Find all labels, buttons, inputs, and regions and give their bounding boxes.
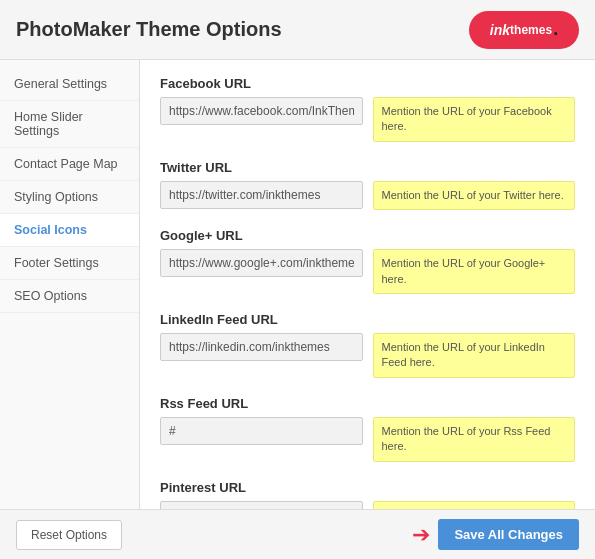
field-label-2: Google+ URL [160, 228, 575, 243]
sidebar-item-seo-options[interactable]: SEO Options [0, 280, 139, 313]
field-row-1: Mention the URL of your Twitter here. [160, 181, 575, 210]
arrow-icon: ➔ [412, 522, 430, 548]
field-hint-3: Mention the URL of your LinkedIn Feed he… [373, 333, 576, 378]
logo-ink-text: ink [490, 22, 510, 38]
field-row-3: Mention the URL of your LinkedIn Feed he… [160, 333, 575, 378]
field-section-4: Rss Feed URLMention the URL of your Rss … [160, 396, 575, 462]
logo-dot-text: . [553, 19, 558, 40]
field-hint-4: Mention the URL of your Rss Feed here. [373, 417, 576, 462]
field-row-4: Mention the URL of your Rss Feed here. [160, 417, 575, 462]
field-input-2[interactable] [160, 249, 363, 277]
footer: Reset Options ➔ Save All Changes [0, 509, 595, 559]
header: PhotoMaker Theme Options ink themes . [0, 0, 595, 60]
sidebar-item-styling-options[interactable]: Styling Options [0, 181, 139, 214]
field-input-0[interactable] [160, 97, 363, 125]
field-hint-1: Mention the URL of your Twitter here. [373, 181, 576, 210]
field-row-0: Mention the URL of your Facebook here. [160, 97, 575, 142]
field-hint-2: Mention the URL of your Google+ here. [373, 249, 576, 294]
field-input-3[interactable] [160, 333, 363, 361]
field-label-5: Pinterest URL [160, 480, 575, 495]
footer-right: ➔ Save All Changes [412, 519, 579, 550]
field-section-3: LinkedIn Feed URLMention the URL of your… [160, 312, 575, 378]
save-button[interactable]: Save All Changes [438, 519, 579, 550]
field-row-5: Mention the URL of your Pinterest here. [160, 501, 575, 509]
field-section-0: Facebook URLMention the URL of your Face… [160, 76, 575, 142]
sidebar-item-social-icons[interactable]: Social Icons [0, 214, 139, 247]
sidebar-item-footer-settings[interactable]: Footer Settings [0, 247, 139, 280]
page-title: PhotoMaker Theme Options [16, 18, 282, 41]
field-hint-0: Mention the URL of your Facebook here. [373, 97, 576, 142]
logo: ink themes . [469, 11, 579, 49]
logo-container: ink themes . [469, 11, 579, 49]
reset-button[interactable]: Reset Options [16, 520, 122, 550]
field-section-1: Twitter URLMention the URL of your Twitt… [160, 160, 575, 210]
field-label-0: Facebook URL [160, 76, 575, 91]
field-section-5: Pinterest URLMention the URL of your Pin… [160, 480, 575, 509]
field-label-4: Rss Feed URL [160, 396, 575, 411]
sidebar-item-home-slider-settings[interactable]: Home Slider Settings [0, 101, 139, 148]
logo-themes-text: themes [510, 23, 552, 37]
field-input-5[interactable] [160, 501, 363, 509]
field-input-4[interactable] [160, 417, 363, 445]
field-input-1[interactable] [160, 181, 363, 209]
main-content: Facebook URLMention the URL of your Face… [140, 60, 595, 509]
sidebar: General SettingsHome Slider SettingsCont… [0, 60, 140, 509]
layout: General SettingsHome Slider SettingsCont… [0, 60, 595, 509]
field-row-2: Mention the URL of your Google+ here. [160, 249, 575, 294]
sidebar-item-general-settings[interactable]: General Settings [0, 68, 139, 101]
field-hint-5: Mention the URL of your Pinterest here. [373, 501, 576, 509]
sidebar-item-contact-page-map[interactable]: Contact Page Map [0, 148, 139, 181]
field-section-2: Google+ URLMention the URL of your Googl… [160, 228, 575, 294]
field-label-1: Twitter URL [160, 160, 575, 175]
field-label-3: LinkedIn Feed URL [160, 312, 575, 327]
